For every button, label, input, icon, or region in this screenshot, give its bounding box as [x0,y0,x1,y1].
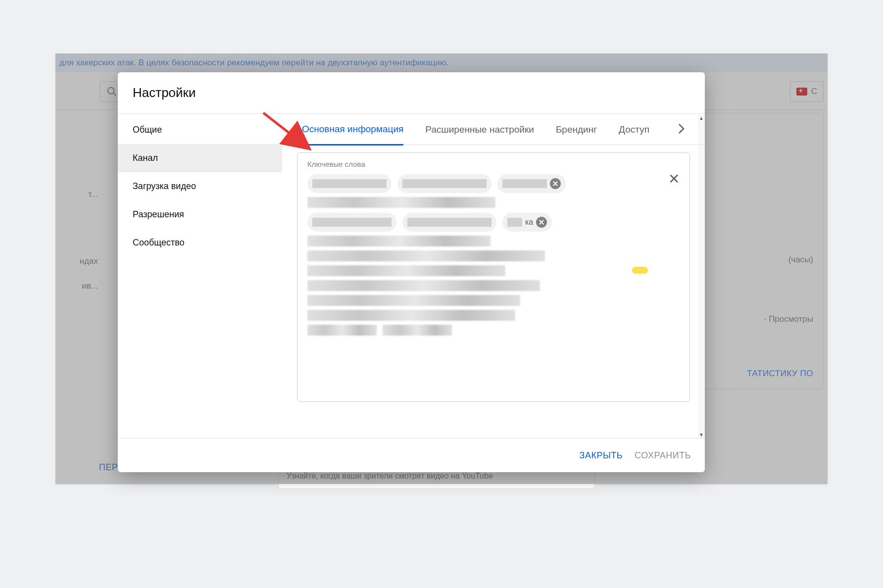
remove-chip-icon[interactable] [550,178,561,189]
dialog-title: Настройки [118,72,705,113]
keywords-label: Ключевые слова [307,160,680,168]
save-button[interactable]: СОХРАНИТЬ [635,450,691,461]
keyword-chip[interactable] [402,213,496,232]
dialog-footer: ЗАКРЫТЬ СОХРАНИТЬ [118,439,705,472]
keyword-chip[interactable] [497,174,566,193]
keyword-chip[interactable] [307,213,396,232]
sidebar-item-general[interactable]: Общие [118,116,282,144]
tab-access[interactable]: Доступ [619,114,649,146]
dialog-main: ▲ ▼ Основная информация Расширенные наст… [282,114,705,438]
scroll-down-icon[interactable]: ▼ [698,431,705,438]
highlight-marker [632,267,648,274]
sidebar-item-upload[interactable]: Загрузка видео [118,172,282,200]
close-icon[interactable]: ✕ [668,171,680,187]
remove-chip-icon[interactable] [536,217,547,228]
tab-basic-info[interactable]: Основная информация [302,114,403,146]
tabs-row: Основная информация Расширенные настройк… [282,114,705,146]
dialog-sidebar: Общие Канал Загрузка видео Разрешения Со… [118,114,282,438]
tab-advanced[interactable]: Расширенные настройки [425,114,534,146]
chip-text: ка [525,218,533,227]
tab-branding[interactable]: Брендинг [556,114,597,146]
sidebar-item-permissions[interactable]: Разрешения [118,200,282,229]
keywords-field[interactable]: Ключевые слова ✕ ка [297,152,690,402]
chevron-right-icon[interactable] [678,123,685,136]
keyword-chip[interactable] [307,174,392,193]
dialog-scrollbar[interactable]: ▲ ▼ [698,114,705,438]
settings-dialog: Настройки Общие Канал Загрузка видео Раз… [118,72,705,472]
keyword-chip[interactable] [397,174,491,193]
keyword-chip[interactable]: ка [502,213,552,232]
close-button[interactable]: ЗАКРЫТЬ [580,450,623,461]
sidebar-item-channel[interactable]: Канал [118,144,282,172]
sidebar-item-community[interactable]: Сообщество [118,229,282,257]
